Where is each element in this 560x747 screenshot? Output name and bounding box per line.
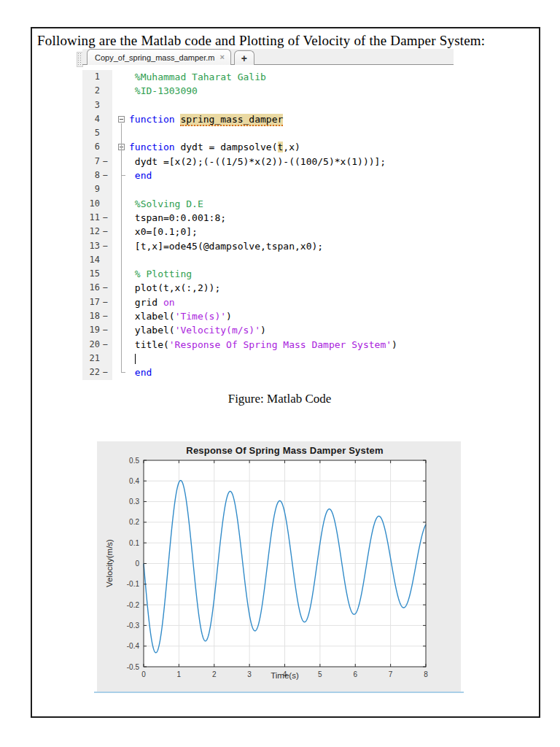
y-tick-label: 0.4 [129, 477, 139, 485]
chart-x-axis-label: Time(s) [144, 671, 426, 680]
page-heading: Following are the Matlab code and Plotti… [32, 28, 539, 49]
line-number-gutter: 21 [82, 352, 112, 365]
figure-bottom-edge [94, 692, 464, 694]
tab-title: Copy_of_spring_mass_damper.m [95, 53, 214, 62]
y-tick-label: -0.3 [127, 622, 140, 630]
line-number-gutter: 17− [82, 295, 112, 309]
line-number-gutter: 9 [82, 182, 112, 196]
line-number: 17 [82, 295, 100, 309]
code-line[interactable]: 19− ylabel('Velocity(m/s)') [82, 323, 514, 337]
code-line[interactable]: 6function dydt = dampsolve(t,x) [82, 140, 514, 154]
code-line[interactable]: 20− title('Response Of Spring Mass Dampe… [82, 338, 514, 352]
code-line[interactable]: 16− plot(t,x(:,2)); [82, 281, 514, 295]
matlab-figure: 0123456780.50.40.30.20.10-0.1-0.2-0.3-0.… [97, 441, 461, 692]
executable-line-marker [100, 352, 110, 365]
code-line[interactable]: 4function spring_mass_damper [82, 112, 514, 126]
code-text: %ID-1303090 [129, 84, 198, 98]
line-number: 11 [82, 211, 100, 225]
line-number: 16 [82, 281, 100, 295]
code-line[interactable]: 3 [82, 98, 514, 112]
executable-line-marker [100, 84, 110, 98]
executable-line-marker [100, 112, 110, 126]
line-number-gutter: 19− [82, 323, 112, 337]
y-tick-label: 0.1 [129, 539, 139, 547]
code-text: grid on [129, 295, 175, 309]
chart-y-axis-label: Velocity(m/s) [105, 539, 114, 587]
editor-tab-bar: Copy_of_spring_mass_damper.m × + [82, 49, 454, 65]
code-line[interactable]: 9 [82, 182, 514, 196]
executable-line-marker: − [100, 281, 110, 295]
fold-connector-line [121, 152, 122, 176]
fold-connector-end [121, 372, 125, 373]
code-line[interactable]: 17− grid on [82, 295, 514, 309]
executable-line-marker [100, 253, 110, 267]
line-number: 18 [82, 309, 100, 323]
code-line[interactable]: 8− end [82, 169, 514, 182]
y-tick-label: -0.1 [127, 580, 140, 588]
code-line[interactable]: 13− [t,x]=ode45(@dampsolve,tspan,x0); [82, 239, 514, 253]
code-text: %Muhammad Taharat Galib [129, 70, 266, 84]
code-text: xlabel('Time(s)') [129, 309, 232, 323]
code-line[interactable]: 14 [82, 253, 514, 267]
line-number-gutter: 13− [82, 239, 112, 253]
executable-line-marker [100, 267, 110, 281]
executable-line-marker [100, 182, 110, 196]
fold-collapse-icon[interactable] [118, 116, 125, 123]
code-text: [t,x]=ode45(@dampsolve,tspan,x0); [129, 239, 323, 253]
line-number: 6 [82, 140, 100, 154]
code-line[interactable]: 12− x0=[0.1;0]; [82, 225, 514, 239]
executable-line-marker: − [100, 338, 110, 352]
executable-line-marker: − [100, 225, 110, 239]
line-number-gutter: 20− [82, 338, 112, 352]
executable-line-marker: − [100, 323, 110, 337]
code-lines[interactable]: 1 %Muhammad Taharat Galib2 %ID-130309034… [82, 65, 514, 380]
code-text: end [129, 365, 152, 379]
fold-margin [112, 98, 129, 112]
line-number: 14 [82, 253, 100, 267]
code-line[interactable]: 1 %Muhammad Taharat Galib [82, 70, 514, 84]
executable-line-marker [100, 197, 110, 211]
line-number-gutter: 12− [82, 225, 112, 239]
code-line[interactable]: 10 %Solving D.E [82, 197, 514, 211]
line-number: 3 [82, 98, 100, 112]
code-text: x0=[0.1;0]; [129, 225, 198, 239]
line-number: 13 [82, 239, 100, 253]
y-tick-label: 0.3 [129, 498, 139, 506]
code-text [129, 352, 136, 365]
line-number: 12 [82, 225, 100, 239]
code-text: %Solving D.E [129, 197, 203, 211]
code-line[interactable]: 22− end [82, 365, 514, 379]
code-line[interactable]: 18− xlabel('Time(s)') [82, 309, 514, 323]
code-line[interactable]: 7− dydt =[x(2);(-((1/5)*x(2))-((100/5)*x… [82, 155, 514, 169]
line-number: 21 [82, 352, 100, 365]
executable-line-marker: − [100, 155, 110, 169]
fold-connector-end [121, 175, 125, 176]
line-number: 15 [82, 267, 100, 281]
code-line[interactable]: 11− tspan=0:0.001:8; [82, 211, 514, 225]
code-text: tspan=0:0.001:8; [129, 211, 226, 225]
code-line[interactable]: 2 %ID-1303090 [82, 84, 514, 98]
line-number: 1 [82, 70, 100, 84]
line-number: 5 [82, 126, 100, 140]
line-number: 10 [82, 197, 100, 211]
code-line[interactable]: 5 [82, 126, 514, 140]
line-number-gutter: 22− [82, 365, 112, 379]
tab-spring-mass-damper[interactable]: Copy_of_spring_mass_damper.m × [87, 49, 231, 65]
text-cursor [135, 354, 136, 364]
line-number-gutter: 16− [82, 281, 112, 295]
y-tick-label: -0.2 [127, 601, 140, 609]
executable-line-marker [100, 70, 110, 84]
y-tick-label: -0.5 [127, 663, 140, 671]
tab-close-icon[interactable]: × [219, 53, 224, 61]
code-text: ylabel('Velocity(m/s)') [129, 323, 266, 337]
line-number-gutter: 4 [82, 112, 112, 126]
code-text: end [129, 169, 152, 182]
code-text: function dydt = dampsolve(t,x) [129, 140, 300, 154]
chart-title: Response Of Spring Mass Damper System [144, 445, 426, 456]
figure-caption: Figure: Matlab Code [26, 392, 533, 406]
line-number-gutter: 6 [82, 140, 112, 154]
code-line[interactable]: 15 % Plotting [82, 267, 514, 281]
code-line[interactable]: 21 [82, 352, 514, 365]
executable-line-marker: − [100, 169, 110, 182]
new-tab-button[interactable]: + [234, 50, 254, 65]
